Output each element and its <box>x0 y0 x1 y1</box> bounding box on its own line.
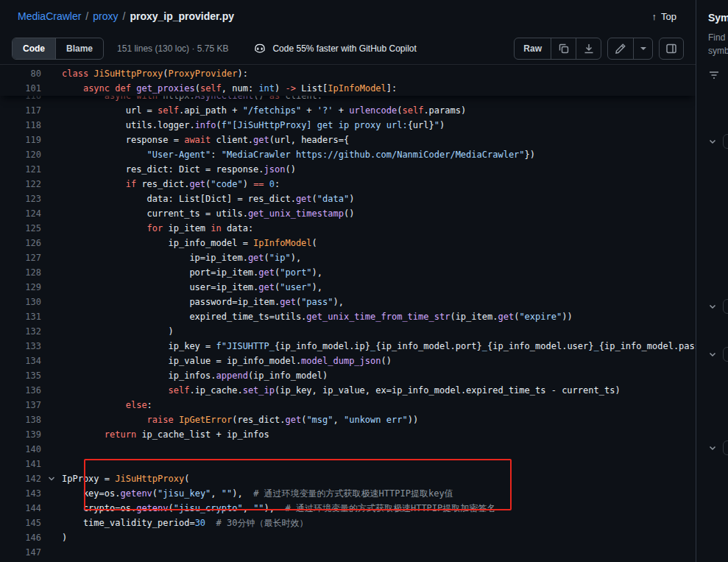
line-number[interactable]: 147 <box>0 545 41 560</box>
line-number[interactable]: 139 <box>0 427 41 442</box>
symbol-item[interactable] <box>708 299 728 314</box>
line-number[interactable]: 119 <box>0 133 41 147</box>
code-line-143: 143 key=os.getenv("jisu_key", ""), # 通过环… <box>0 486 696 501</box>
scroll-to-top-button[interactable]: ↑ Top <box>648 10 681 23</box>
line-number[interactable]: 127 <box>0 250 41 265</box>
code-line-101: 101 async def get_proxies(self, num: int… <box>0 81 696 96</box>
filter-button[interactable] <box>708 69 720 81</box>
code-text: return ip_cache_list + ip_infos <box>62 427 269 442</box>
code-text: for ip_item in data: <box>62 221 253 236</box>
code-line-127: 127 ip=ip_item.get("ip"), <box>0 250 696 265</box>
line-number[interactable]: 125 <box>0 221 41 236</box>
symbols-description: Find definitions and references for func… <box>708 31 728 57</box>
gutter-spacer <box>41 236 62 250</box>
line-number[interactable]: 142 <box>0 471 41 486</box>
symbols-panel-toggle[interactable] <box>659 38 684 60</box>
symbol-item[interactable] <box>708 440 728 455</box>
code-text: ip_value = ip_info_model.model_dump_json… <box>62 354 392 368</box>
copy-button[interactable] <box>551 38 576 59</box>
code-line-138: 138 raise IpGetError(res_dict.get("msg",… <box>0 412 696 427</box>
line-number[interactable]: 146 <box>0 530 41 545</box>
line-number[interactable]: 140 <box>0 442 41 457</box>
code-text: password=ip_item.get("pass"), <box>62 295 344 309</box>
edit-dropdown-button[interactable] <box>633 38 652 59</box>
gutter-spacer <box>41 206 62 221</box>
code-line-137: 137 else: <box>0 398 696 412</box>
code-line-120: 120 "User-Agent": "MediaCrawler https://… <box>0 147 696 162</box>
gutter-spacer <box>41 412 62 427</box>
copilot-banner[interactable]: Code 55% faster with GitHub Copilot <box>253 42 416 55</box>
line-number[interactable]: 132 <box>0 324 41 339</box>
line-number[interactable]: 135 <box>0 368 41 383</box>
line-number[interactable]: 130 <box>0 295 41 309</box>
code-text: ) <box>62 324 174 339</box>
raw-button[interactable]: Raw <box>515 38 551 59</box>
code-text: ip_infos.append(ip_info_model) <box>62 368 328 383</box>
line-number[interactable]: 144 <box>0 501 41 516</box>
gutter-spacer <box>41 457 62 471</box>
line-number[interactable]: 126 <box>0 236 41 250</box>
code-text: crypto=os.getenv("jisu_crypto", ""), # 通… <box>62 501 495 516</box>
code-line-119: 119 response = await client.get(url, hea… <box>0 133 696 147</box>
code-text: expired_time_ts=utils.get_unix_time_from… <box>62 309 573 324</box>
tab-blame[interactable]: Blame <box>56 38 103 59</box>
line-number[interactable]: 141 <box>0 457 41 471</box>
line-number[interactable]: 124 <box>0 206 41 221</box>
breadcrumb-separator: / <box>85 10 88 22</box>
code-line-142: 142IpProxy = JiSuHttpProxy( <box>0 471 696 486</box>
line-number[interactable]: 129 <box>0 280 41 295</box>
line-number[interactable]: 80 <box>0 66 41 81</box>
line-number[interactable]: 145 <box>0 516 41 530</box>
raw-copy-download-group: Raw <box>514 38 601 60</box>
line-number[interactable]: 118 <box>0 118 41 133</box>
line-number[interactable]: 131 <box>0 309 41 324</box>
line-number[interactable]: 120 <box>0 147 41 162</box>
code-text: "User-Agent": "MediaCrawler https://gith… <box>62 147 535 162</box>
breadcrumb-folder-link[interactable]: proxy <box>93 10 118 22</box>
download-button[interactable] <box>576 38 601 59</box>
line-number[interactable]: 133 <box>0 339 41 354</box>
symbols-panel: Symbols Find definitions and references … <box>696 0 728 562</box>
collapse-chevron-icon[interactable] <box>41 471 62 486</box>
code-line-141: 141 <box>0 457 696 471</box>
top-button-label: Top <box>661 11 676 22</box>
symbol-pill <box>723 440 728 455</box>
breadcrumb-repo-link[interactable]: MediaCrawler <box>18 10 81 22</box>
code-text: ip_info_model = IpInfoModel( <box>62 236 317 250</box>
file-info: 151 lines (130 loc) · 5.75 KB <box>117 43 228 54</box>
symbol-pill <box>723 347 728 362</box>
code-panel: MediaCrawler / proxy / proxy_ip_provider… <box>0 0 696 562</box>
symbol-item[interactable] <box>708 347 728 362</box>
gutter-spacer <box>41 339 62 354</box>
line-number[interactable]: 101 <box>0 81 41 96</box>
code-area: 80class JiSuHttpProxy(ProxyProvider):101… <box>0 65 696 562</box>
gutter-spacer <box>41 192 62 206</box>
gutter-spacer <box>41 383 62 398</box>
code-text: data: List[Dict] = res_dict.get("data") <box>62 192 354 206</box>
line-number[interactable]: 138 <box>0 412 41 427</box>
edit-pencil-icon <box>615 43 626 55</box>
copilot-text: Code 55% faster with GitHub Copilot <box>272 43 416 54</box>
line-number[interactable]: 137 <box>0 398 41 412</box>
filter-icon <box>708 69 720 81</box>
line-number[interactable]: 117 <box>0 103 41 118</box>
gutter-spacer <box>41 133 62 147</box>
code-line-144: 144 crypto=os.getenv("jisu_crypto", ""),… <box>0 501 696 516</box>
line-number[interactable]: 136 <box>0 383 41 398</box>
line-number[interactable]: 128 <box>0 265 41 280</box>
line-number[interactable]: 123 <box>0 192 41 206</box>
edit-button[interactable] <box>608 38 633 59</box>
line-number[interactable]: 143 <box>0 486 41 501</box>
code-text: ip_key = f"JISUHTTP_{ip_info_model.ip}_{… <box>62 339 696 354</box>
symbol-item[interactable] <box>708 134 728 149</box>
code-line-128: 128 port=ip_item.get("port"), <box>0 265 696 280</box>
symbols-panel-toggle-icon <box>665 43 677 55</box>
line-number[interactable]: 134 <box>0 354 41 368</box>
code-text: res_dict: Dict = response.json() <box>62 162 296 177</box>
gutter-spacer <box>41 398 62 412</box>
tab-code[interactable]: Code <box>13 38 56 59</box>
line-number[interactable]: 121 <box>0 162 41 177</box>
line-number[interactable]: 122 <box>0 177 41 192</box>
code-text: time_validity_period=30 # 30分钟（最长时效） <box>62 516 308 530</box>
code-blame-switch: Code Blame <box>12 38 104 60</box>
